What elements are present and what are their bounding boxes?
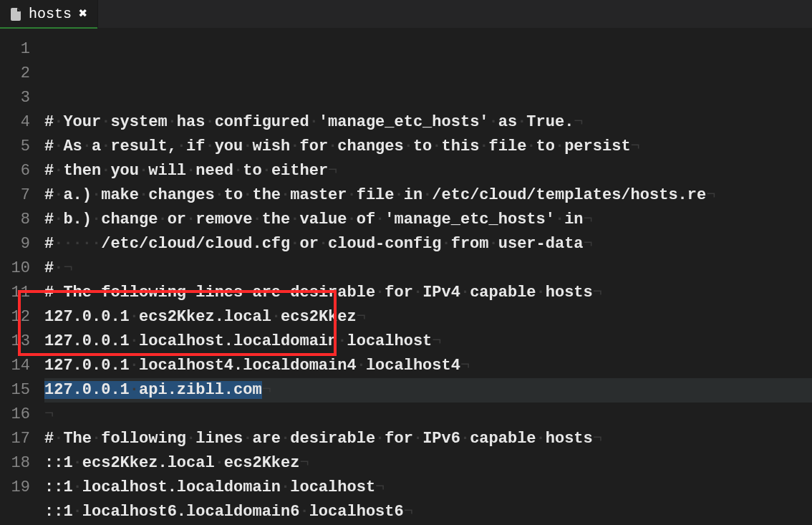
line-number: 18 [0, 451, 30, 476]
line-number: 2 [0, 62, 30, 86]
code-line[interactable]: #·Your·system·has·configured·'manage_etc… [44, 110, 812, 135]
line-number: 13 [0, 329, 30, 354]
line-number: 3 [0, 86, 30, 110]
line-number: 10 [0, 256, 30, 281]
code-line[interactable]: ::1·ecs2Kkez.local·ecs2Kkez¬ [44, 451, 812, 476]
tab-bar: hosts ✖ [0, 0, 812, 29]
line-number: 15 [0, 378, 30, 403]
line-number: 8 [0, 208, 30, 232]
code-line[interactable]: ¬ [44, 403, 812, 427]
code-line[interactable]: 127.0.0.1·localhost4.localdomain4·localh… [44, 354, 812, 378]
line-number: 6 [0, 159, 30, 183]
line-number: 7 [0, 183, 30, 208]
line-number: 14 [0, 354, 30, 378]
code-line[interactable]: #·then·you·will·need·to·either¬ [44, 159, 812, 183]
code-line[interactable]: #·¬ [44, 256, 812, 281]
code-line[interactable]: #·a.)·make·changes·to·the·master·file·in… [44, 183, 812, 208]
code-line[interactable]: #·The·following·lines·are·desirable·for·… [44, 281, 812, 305]
code-area[interactable]: #·Your·system·has·configured·'manage_etc… [36, 29, 812, 525]
line-number: 5 [0, 135, 30, 159]
code-line[interactable]: 127.0.0.1·api.zibll.com¬ [44, 378, 812, 403]
code-line[interactable]: ::1·localhost6.localdomain6·localhost6¬ [44, 500, 812, 524]
line-number: 16 [0, 403, 30, 427]
line-number: 11 [0, 281, 30, 305]
code-line[interactable]: #·····/etc/cloud/cloud.cfg·or·cloud-conf… [44, 232, 812, 256]
code-line[interactable]: 127.0.0.1·ecs2Kkez.local·ecs2Kkez¬ [44, 305, 812, 329]
code-line[interactable]: #·The·following·lines·are·desirable·for·… [44, 427, 812, 451]
line-number: 9 [0, 232, 30, 256]
editor[interactable]: 12345678910111213141516171819 #·Your·sys… [0, 29, 812, 525]
line-number: 19 [0, 476, 30, 500]
line-number: 4 [0, 110, 30, 135]
code-line[interactable]: 127.0.0.1·localhost.localdomain·localhos… [44, 329, 812, 354]
close-icon[interactable]: ✖ [79, 7, 87, 21]
code-line[interactable]: #·As·a·result,·if·you·wish·for·changes·t… [44, 135, 812, 159]
line-number: 17 [0, 427, 30, 451]
tab-hosts[interactable]: hosts ✖ [0, 0, 98, 28]
line-number: 12 [0, 305, 30, 329]
code-line[interactable]: ::1·localhost.localdomain·localhost¬ [44, 476, 812, 500]
line-number: 1 [0, 37, 30, 62]
file-icon [10, 7, 21, 21]
code-line[interactable]: #·b.)·change·or·remove·the·value·of·'man… [44, 208, 812, 232]
line-number-gutter: 12345678910111213141516171819 [0, 29, 36, 525]
tab-title: hosts [29, 6, 72, 22]
